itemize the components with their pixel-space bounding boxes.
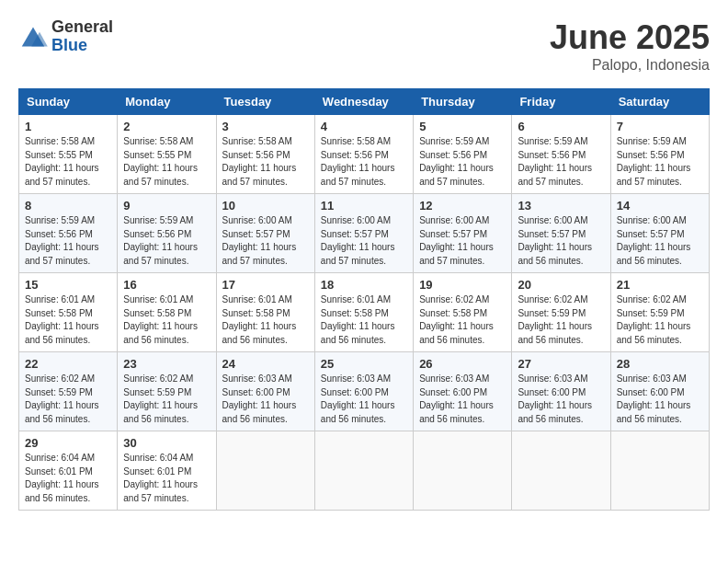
day-info: Sunrise: 6:00 AMSunset: 5:57 PMDaylight:… xyxy=(518,214,604,268)
day-number: 18 xyxy=(321,278,407,292)
day-number: 25 xyxy=(321,357,407,371)
day-info: Sunrise: 6:03 AMSunset: 6:00 PMDaylight:… xyxy=(222,373,309,426)
calendar-cell: 23Sunrise: 6:02 AMSunset: 5:59 PMDayligh… xyxy=(118,352,216,431)
day-number: 21 xyxy=(617,278,703,292)
calendar-cell: 26Sunrise: 6:03 AMSunset: 6:00 PMDayligh… xyxy=(414,352,512,431)
weekday-header: Wednesday xyxy=(314,89,413,115)
calendar-cell: 21Sunrise: 6:02 AMSunset: 5:59 PMDayligh… xyxy=(610,273,709,352)
logo-icon xyxy=(18,24,48,50)
day-info: Sunrise: 5:58 AMSunset: 5:55 PMDaylight:… xyxy=(123,135,210,189)
day-number: 3 xyxy=(222,120,309,133)
day-info: Sunrise: 6:02 AMSunset: 5:59 PMDaylight:… xyxy=(518,293,604,347)
calendar-cell: 30Sunrise: 6:04 AMSunset: 6:01 PMDayligh… xyxy=(118,431,216,511)
calendar-cell: 6Sunrise: 5:59 AMSunset: 5:56 PMDaylight… xyxy=(512,115,610,194)
day-number: 5 xyxy=(419,120,506,133)
day-number: 23 xyxy=(123,357,210,371)
calendar-cell: 16Sunrise: 6:01 AMSunset: 5:58 PMDayligh… xyxy=(118,273,216,352)
calendar-cell: 19Sunrise: 6:02 AMSunset: 5:58 PMDayligh… xyxy=(414,273,512,352)
day-info: Sunrise: 5:59 AMSunset: 5:56 PMDaylight:… xyxy=(419,135,506,189)
calendar-cell: 27Sunrise: 6:03 AMSunset: 6:00 PMDayligh… xyxy=(512,352,610,431)
day-info: Sunrise: 6:02 AMSunset: 5:59 PMDaylight:… xyxy=(123,373,210,426)
month-title: June 2025 xyxy=(550,18,710,57)
calendar-cell xyxy=(610,431,709,511)
day-number: 29 xyxy=(25,436,111,450)
day-number: 9 xyxy=(123,199,210,213)
day-number: 6 xyxy=(518,120,604,133)
day-info: Sunrise: 6:02 AMSunset: 5:59 PMDaylight:… xyxy=(617,293,703,347)
calendar-cell: 7Sunrise: 5:59 AMSunset: 5:56 PMDaylight… xyxy=(610,115,709,194)
day-number: 11 xyxy=(321,199,407,213)
day-number: 22 xyxy=(25,357,111,371)
day-number: 28 xyxy=(617,357,703,371)
weekday-header: Thursday xyxy=(414,89,512,115)
day-info: Sunrise: 6:00 AMSunset: 5:57 PMDaylight:… xyxy=(222,214,309,268)
day-info: Sunrise: 5:58 AMSunset: 5:55 PMDaylight:… xyxy=(25,135,111,189)
calendar-cell: 5Sunrise: 5:59 AMSunset: 5:56 PMDaylight… xyxy=(414,115,512,194)
day-info: Sunrise: 6:01 AMSunset: 5:58 PMDaylight:… xyxy=(321,293,407,347)
calendar-cell: 9Sunrise: 5:59 AMSunset: 5:56 PMDaylight… xyxy=(118,194,216,273)
day-info: Sunrise: 6:01 AMSunset: 5:58 PMDaylight:… xyxy=(123,293,210,347)
calendar-cell: 17Sunrise: 6:01 AMSunset: 5:58 PMDayligh… xyxy=(216,273,314,352)
day-info: Sunrise: 5:59 AMSunset: 5:56 PMDaylight:… xyxy=(25,214,111,268)
day-info: Sunrise: 5:58 AMSunset: 5:56 PMDaylight:… xyxy=(222,135,309,189)
calendar-header: SundayMondayTuesdayWednesdayThursdayFrid… xyxy=(19,89,710,115)
day-info: Sunrise: 6:03 AMSunset: 6:00 PMDaylight:… xyxy=(617,373,703,426)
calendar-cell: 28Sunrise: 6:03 AMSunset: 6:00 PMDayligh… xyxy=(610,352,709,431)
calendar-week-row: 8Sunrise: 5:59 AMSunset: 5:56 PMDaylight… xyxy=(19,194,710,273)
day-number: 24 xyxy=(222,357,309,371)
calendar-cell: 2Sunrise: 5:58 AMSunset: 5:55 PMDaylight… xyxy=(118,115,216,194)
calendar-cell: 15Sunrise: 6:01 AMSunset: 5:58 PMDayligh… xyxy=(19,273,118,352)
calendar-cell xyxy=(314,431,413,511)
logo-general: General xyxy=(51,18,113,37)
calendar-cell: 4Sunrise: 5:58 AMSunset: 5:56 PMDaylight… xyxy=(314,115,413,194)
calendar-cell: 1Sunrise: 5:58 AMSunset: 5:55 PMDaylight… xyxy=(19,115,118,194)
calendar-cell: 29Sunrise: 6:04 AMSunset: 6:01 PMDayligh… xyxy=(19,431,118,511)
calendar-cell: 12Sunrise: 6:00 AMSunset: 5:57 PMDayligh… xyxy=(414,194,512,273)
day-info: Sunrise: 5:59 AMSunset: 5:56 PMDaylight:… xyxy=(518,135,604,189)
day-number: 26 xyxy=(419,357,506,371)
day-number: 8 xyxy=(25,199,111,213)
calendar-table: SundayMondayTuesdayWednesdayThursdayFrid… xyxy=(18,88,710,511)
calendar-cell: 20Sunrise: 6:02 AMSunset: 5:59 PMDayligh… xyxy=(512,273,610,352)
calendar-week-row: 15Sunrise: 6:01 AMSunset: 5:58 PMDayligh… xyxy=(19,273,710,352)
logo: General Blue xyxy=(18,18,113,55)
day-number: 14 xyxy=(617,199,703,213)
calendar-cell: 14Sunrise: 6:00 AMSunset: 5:57 PMDayligh… xyxy=(610,194,709,273)
calendar-week-row: 29Sunrise: 6:04 AMSunset: 6:01 PMDayligh… xyxy=(19,431,710,511)
logo-text: General Blue xyxy=(51,18,113,55)
calendar-week-row: 22Sunrise: 6:02 AMSunset: 5:59 PMDayligh… xyxy=(19,352,710,431)
day-number: 1 xyxy=(25,120,111,133)
day-info: Sunrise: 6:04 AMSunset: 6:01 PMDaylight:… xyxy=(123,452,210,505)
calendar-cell: 24Sunrise: 6:03 AMSunset: 6:00 PMDayligh… xyxy=(216,352,314,431)
day-info: Sunrise: 6:00 AMSunset: 5:57 PMDaylight:… xyxy=(617,214,703,268)
day-info: Sunrise: 6:00 AMSunset: 5:57 PMDaylight:… xyxy=(419,214,506,268)
day-number: 17 xyxy=(222,278,309,292)
page-header: General Blue June 2025 Palopo, Indonesia xyxy=(18,18,710,74)
calendar-cell: 22Sunrise: 6:02 AMSunset: 5:59 PMDayligh… xyxy=(19,352,118,431)
header-row: SundayMondayTuesdayWednesdayThursdayFrid… xyxy=(19,89,710,115)
day-number: 30 xyxy=(123,436,210,450)
calendar-body: 1Sunrise: 5:58 AMSunset: 5:55 PMDaylight… xyxy=(19,115,710,511)
day-number: 13 xyxy=(518,199,604,213)
calendar-cell: 8Sunrise: 5:59 AMSunset: 5:56 PMDaylight… xyxy=(19,194,118,273)
day-number: 20 xyxy=(518,278,604,292)
day-info: Sunrise: 6:03 AMSunset: 6:00 PMDaylight:… xyxy=(321,373,407,426)
weekday-header: Saturday xyxy=(610,89,709,115)
day-number: 4 xyxy=(321,120,407,133)
title-area: June 2025 Palopo, Indonesia xyxy=(550,18,710,74)
day-number: 10 xyxy=(222,199,309,213)
location: Palopo, Indonesia xyxy=(550,57,710,74)
day-info: Sunrise: 6:01 AMSunset: 5:58 PMDaylight:… xyxy=(25,293,111,347)
day-number: 12 xyxy=(419,199,506,213)
calendar-cell xyxy=(414,431,512,511)
day-info: Sunrise: 6:01 AMSunset: 5:58 PMDaylight:… xyxy=(222,293,309,347)
calendar-week-row: 1Sunrise: 5:58 AMSunset: 5:55 PMDaylight… xyxy=(19,115,710,194)
calendar-cell xyxy=(512,431,610,511)
day-info: Sunrise: 6:02 AMSunset: 5:59 PMDaylight:… xyxy=(25,373,111,426)
day-number: 15 xyxy=(25,278,111,292)
day-info: Sunrise: 6:00 AMSunset: 5:57 PMDaylight:… xyxy=(321,214,407,268)
calendar-cell: 11Sunrise: 6:00 AMSunset: 5:57 PMDayligh… xyxy=(314,194,413,273)
day-info: Sunrise: 6:04 AMSunset: 6:01 PMDaylight:… xyxy=(25,452,111,505)
day-info: Sunrise: 6:02 AMSunset: 5:58 PMDaylight:… xyxy=(419,293,506,347)
day-info: Sunrise: 5:58 AMSunset: 5:56 PMDaylight:… xyxy=(321,135,407,189)
